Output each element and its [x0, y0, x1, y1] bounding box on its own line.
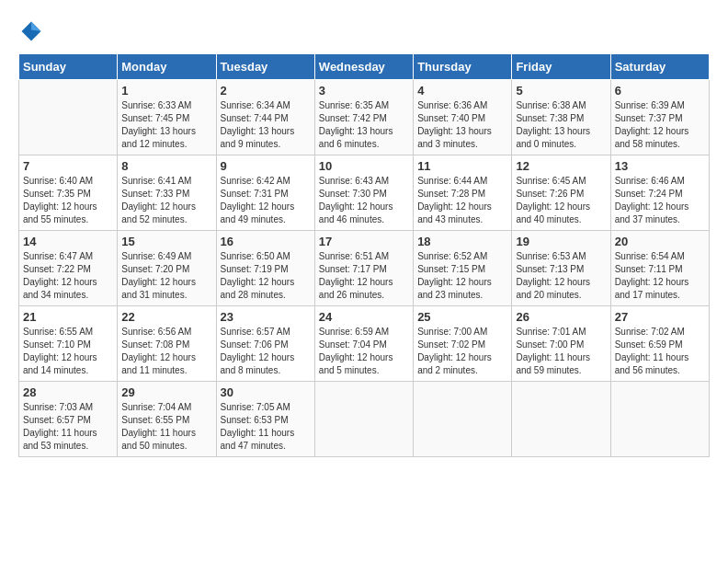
calendar-cell	[610, 382, 709, 457]
header-day-sunday: Sunday	[19, 54, 118, 80]
day-info: Sunrise: 6:33 AMSunset: 7:45 PMDaylight:…	[121, 99, 211, 151]
day-number: 6	[615, 84, 705, 98]
day-info: Sunrise: 7:01 AMSunset: 7:00 PMDaylight:…	[516, 326, 606, 377]
day-info: Sunrise: 6:49 AMSunset: 7:20 PMDaylight:…	[121, 250, 211, 302]
week-row-0: 1Sunrise: 6:33 AMSunset: 7:45 PMDaylight…	[19, 80, 710, 155]
calendar-cell: 3Sunrise: 6:35 AMSunset: 7:42 PMDaylight…	[314, 80, 413, 155]
calendar-cell: 11Sunrise: 6:44 AMSunset: 7:28 PMDayligh…	[414, 155, 512, 231]
day-info: Sunrise: 6:55 AMSunset: 7:10 PMDaylight:…	[23, 326, 113, 377]
day-number: 3	[319, 84, 409, 98]
calendar-cell: 19Sunrise: 6:53 AMSunset: 7:13 PMDayligh…	[512, 231, 610, 306]
calendar-cell: 25Sunrise: 7:00 AMSunset: 7:02 PMDayligh…	[414, 306, 512, 382]
day-number: 7	[23, 159, 113, 173]
day-info: Sunrise: 7:00 AMSunset: 7:02 PMDaylight:…	[417, 326, 507, 377]
calendar-cell: 24Sunrise: 6:59 AMSunset: 7:04 PMDayligh…	[314, 306, 413, 382]
day-number: 21	[23, 310, 113, 324]
header-day-tuesday: Tuesday	[216, 54, 314, 80]
day-info: Sunrise: 6:41 AMSunset: 7:33 PMDaylight:…	[121, 175, 211, 226]
calendar-cell: 17Sunrise: 6:51 AMSunset: 7:17 PMDayligh…	[314, 231, 413, 306]
day-info: Sunrise: 6:46 AMSunset: 7:24 PMDaylight:…	[615, 175, 705, 226]
header-day-monday: Monday	[118, 54, 216, 80]
day-info: Sunrise: 6:53 AMSunset: 7:13 PMDaylight:…	[516, 250, 606, 302]
day-info: Sunrise: 6:39 AMSunset: 7:37 PMDaylight:…	[615, 99, 705, 151]
header-day-thursday: Thursday	[414, 54, 512, 80]
day-info: Sunrise: 6:43 AMSunset: 7:30 PMDaylight:…	[319, 175, 409, 226]
calendar-cell: 1Sunrise: 6:33 AMSunset: 7:45 PMDaylight…	[118, 80, 216, 155]
calendar-table: SundayMondayTuesdayWednesdayThursdayFrid…	[18, 53, 710, 457]
calendar-cell: 9Sunrise: 6:42 AMSunset: 7:31 PMDaylight…	[216, 155, 314, 231]
day-number: 28	[23, 385, 113, 399]
day-info: Sunrise: 6:54 AMSunset: 7:11 PMDaylight:…	[615, 250, 705, 302]
day-info: Sunrise: 6:51 AMSunset: 7:17 PMDaylight:…	[319, 250, 409, 302]
day-number: 13	[615, 159, 705, 173]
calendar-cell	[314, 382, 413, 457]
day-number: 17	[319, 235, 409, 248]
day-number: 19	[516, 235, 606, 248]
week-row-3: 21Sunrise: 6:55 AMSunset: 7:10 PMDayligh…	[19, 306, 710, 382]
day-number: 12	[516, 159, 606, 173]
day-info: Sunrise: 7:03 AMSunset: 6:57 PMDaylight:…	[23, 401, 113, 453]
calendar-cell: 16Sunrise: 6:50 AMSunset: 7:19 PMDayligh…	[216, 231, 314, 306]
day-info: Sunrise: 6:42 AMSunset: 7:31 PMDaylight:…	[221, 175, 311, 226]
day-number: 15	[121, 235, 211, 248]
day-info: Sunrise: 6:36 AMSunset: 7:40 PMDaylight:…	[417, 99, 507, 151]
calendar-cell: 13Sunrise: 6:46 AMSunset: 7:24 PMDayligh…	[610, 155, 709, 231]
calendar-cell: 10Sunrise: 6:43 AMSunset: 7:30 PMDayligh…	[314, 155, 413, 231]
day-number: 1	[121, 84, 211, 98]
day-number: 22	[121, 310, 211, 324]
day-number: 23	[221, 310, 311, 324]
calendar-cell: 2Sunrise: 6:34 AMSunset: 7:44 PMDaylight…	[216, 80, 314, 155]
day-number: 10	[319, 159, 409, 173]
day-number: 4	[417, 84, 507, 98]
calendar-cell: 26Sunrise: 7:01 AMSunset: 7:00 PMDayligh…	[512, 306, 610, 382]
day-number: 29	[121, 385, 211, 399]
calendar-cell: 7Sunrise: 6:40 AMSunset: 7:35 PMDaylight…	[19, 155, 118, 231]
calendar-cell: 14Sunrise: 6:47 AMSunset: 7:22 PMDayligh…	[19, 231, 118, 306]
day-number: 5	[516, 84, 606, 98]
calendar-body: 1Sunrise: 6:33 AMSunset: 7:45 PMDaylight…	[19, 80, 710, 457]
day-number: 16	[221, 235, 311, 248]
day-number: 11	[417, 159, 507, 173]
day-info: Sunrise: 6:38 AMSunset: 7:38 PMDaylight:…	[516, 99, 606, 151]
day-info: Sunrise: 7:04 AMSunset: 6:55 PMDaylight:…	[121, 401, 211, 453]
day-info: Sunrise: 7:02 AMSunset: 6:59 PMDaylight:…	[615, 326, 705, 377]
calendar-cell: 12Sunrise: 6:45 AMSunset: 7:26 PMDayligh…	[512, 155, 610, 231]
header-day-friday: Friday	[512, 54, 610, 80]
calendar-cell: 27Sunrise: 7:02 AMSunset: 6:59 PMDayligh…	[610, 306, 709, 382]
calendar-header: SundayMondayTuesdayWednesdayThursdayFrid…	[19, 54, 710, 80]
calendar-cell: 30Sunrise: 7:05 AMSunset: 6:53 PMDayligh…	[216, 382, 314, 457]
day-number: 30	[221, 385, 311, 399]
day-number: 27	[615, 310, 705, 324]
week-row-4: 28Sunrise: 7:03 AMSunset: 6:57 PMDayligh…	[19, 382, 710, 457]
day-info: Sunrise: 6:35 AMSunset: 7:42 PMDaylight:…	[319, 99, 409, 151]
day-number: 2	[221, 84, 311, 98]
day-info: Sunrise: 6:47 AMSunset: 7:22 PMDaylight:…	[23, 250, 113, 302]
day-number: 18	[417, 235, 507, 248]
header-day-wednesday: Wednesday	[314, 54, 413, 80]
calendar-cell: 23Sunrise: 6:57 AMSunset: 7:06 PMDayligh…	[216, 306, 314, 382]
day-info: Sunrise: 6:57 AMSunset: 7:06 PMDaylight:…	[221, 326, 311, 377]
day-info: Sunrise: 6:50 AMSunset: 7:19 PMDaylight:…	[221, 250, 311, 302]
calendar-cell: 22Sunrise: 6:56 AMSunset: 7:08 PMDayligh…	[118, 306, 216, 382]
calendar-cell: 4Sunrise: 6:36 AMSunset: 7:40 PMDaylight…	[414, 80, 512, 155]
day-number: 26	[516, 310, 606, 324]
day-number: 8	[121, 159, 211, 173]
calendar-cell: 20Sunrise: 6:54 AMSunset: 7:11 PMDayligh…	[610, 231, 709, 306]
svg-marker-1	[31, 22, 41, 32]
page-header	[18, 18, 710, 44]
logo-icon	[18, 18, 44, 44]
day-info: Sunrise: 6:56 AMSunset: 7:08 PMDaylight:…	[121, 326, 211, 377]
day-info: Sunrise: 6:45 AMSunset: 7:26 PMDaylight:…	[516, 175, 606, 226]
week-row-2: 14Sunrise: 6:47 AMSunset: 7:22 PMDayligh…	[19, 231, 710, 306]
day-number: 24	[319, 310, 409, 324]
logo	[18, 18, 48, 44]
day-info: Sunrise: 6:59 AMSunset: 7:04 PMDaylight:…	[319, 326, 409, 377]
calendar-cell: 29Sunrise: 7:04 AMSunset: 6:55 PMDayligh…	[118, 382, 216, 457]
header-day-saturday: Saturday	[610, 54, 709, 80]
calendar-cell: 5Sunrise: 6:38 AMSunset: 7:38 PMDaylight…	[512, 80, 610, 155]
calendar-cell: 21Sunrise: 6:55 AMSunset: 7:10 PMDayligh…	[19, 306, 118, 382]
calendar-cell: 6Sunrise: 6:39 AMSunset: 7:37 PMDaylight…	[610, 80, 709, 155]
calendar-cell: 15Sunrise: 6:49 AMSunset: 7:20 PMDayligh…	[118, 231, 216, 306]
day-info: Sunrise: 6:52 AMSunset: 7:15 PMDaylight:…	[417, 250, 507, 302]
calendar-cell: 18Sunrise: 6:52 AMSunset: 7:15 PMDayligh…	[414, 231, 512, 306]
